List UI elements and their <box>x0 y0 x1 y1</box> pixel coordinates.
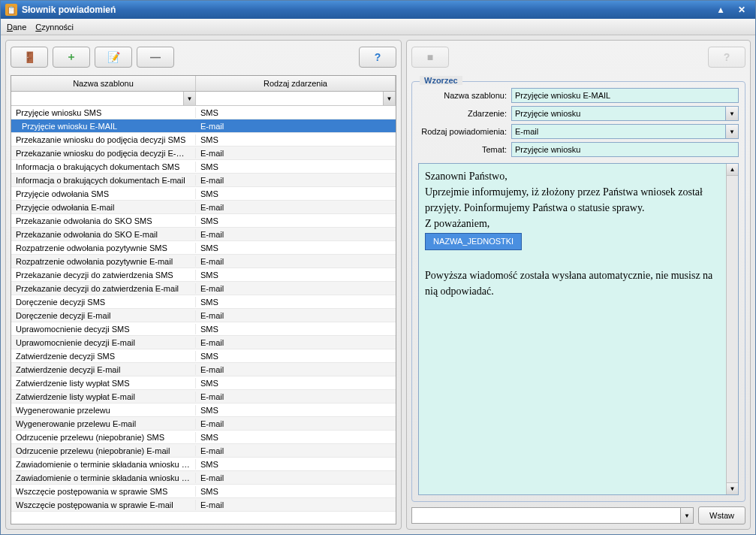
table-row[interactable]: Uprawomocnienie decyzji SMSSMS <box>11 322 396 336</box>
cell-event-type: E-mail <box>196 175 396 186</box>
cell-template-name: Uprawomocnienie decyzji E-mail <box>11 337 196 348</box>
wzorzec-fieldset: Wzorzec Nazwa szablonu: Zdarzenie: ▼ Rod… <box>411 81 745 502</box>
filter-name-dropdown[interactable]: ▼ <box>183 92 195 105</box>
cell-template-name: Zawiadomienie o terminie składania wnios… <box>11 473 196 483</box>
editor-greeting: Szanowni Państwo, <box>425 168 720 184</box>
cell-template-name: Doręczenie decyzji E-mail <box>11 310 196 321</box>
left-toolbar: 🚪 ＋ 📝 — ? <box>11 45 396 69</box>
fieldset-legend: Wzorzec <box>420 76 462 85</box>
editor-scrollbar[interactable]: ▲ ▼ <box>726 164 738 494</box>
table-row[interactable]: Zatwierdzenie decyzji E-mailE-mail <box>11 363 396 376</box>
cell-event-type: E-mail <box>196 473 396 483</box>
table-row[interactable]: Przekazanie wniosku do podjęcia decyzji … <box>11 147 396 160</box>
menu-dane[interactable]: Dane <box>7 23 26 32</box>
cell-event-type: SMS <box>196 243 396 253</box>
table-row[interactable]: Doręczenie decyzji SMSSMS <box>11 295 396 309</box>
input-event[interactable] <box>511 106 725 121</box>
pencil-icon: 📝 <box>107 51 120 63</box>
table-row[interactable]: Zatwierdzenie listy wypłat E-mailE-mail <box>11 390 396 404</box>
cell-template-name: Przekazanie wniosku do podjęcia decyzji … <box>11 135 196 145</box>
add-button[interactable]: ＋ <box>53 47 90 68</box>
filter-type-dropdown[interactable]: ▼ <box>383 92 395 105</box>
cell-event-type: SMS <box>196 162 396 172</box>
table-row[interactable]: Zawiadomienie o terminie składania wnios… <box>11 458 396 471</box>
insert-field-dropdown[interactable]: ▼ <box>680 507 694 524</box>
cell-template-name: Zatwierdzenie decyzji SMS <box>11 351 196 361</box>
table-row[interactable]: Rozpatrzenie odwołania pozytywnie SMSSMS <box>11 241 396 255</box>
filter-row: ▼ ▼ <box>11 92 396 106</box>
cell-template-name: Zatwierdzenie listy wypłat E-mail <box>11 391 196 402</box>
editor-footer: Powyższa wiadomość została wysłana autom… <box>425 268 720 299</box>
cell-event-type: E-mail <box>196 337 396 348</box>
table-row[interactable]: Wygenerowanie przelewuSMS <box>11 404 396 417</box>
table-row[interactable]: Informacja o brakujących dokumentach SMS… <box>11 160 396 174</box>
insert-button[interactable]: Wstaw <box>698 506 745 524</box>
help-icon: ? <box>724 51 730 63</box>
right-panel: ■ ? Wzorzec Nazwa szablonu: Zdarzenie: ▼ <box>406 40 751 530</box>
minimize-button[interactable]: ▴ <box>712 3 730 17</box>
insert-field-combo[interactable] <box>411 507 680 524</box>
table-row[interactable]: Przyjęcie wniosku SMSSMS <box>11 106 396 119</box>
remove-button[interactable]: — <box>137 47 174 68</box>
event-dropdown[interactable]: ▼ <box>725 106 739 121</box>
table-row[interactable]: Wszczęcie postępowania w sprawie SMSSMS <box>11 485 396 498</box>
cell-template-name: Wszczęcie postępowania w sprawie E-mail <box>11 500 196 510</box>
cell-template-name: Przekazanie decyzji do zatwierdzenia SMS <box>11 270 196 280</box>
table-row[interactable]: Uprawomocnienie decyzji E-mailE-mail <box>11 336 396 349</box>
cell-template-name: Uprawomocnienie decyzji SMS <box>11 324 196 334</box>
table-row[interactable]: Informacja o brakujących dokumentach E-m… <box>11 174 396 187</box>
filter-type-input[interactable] <box>196 92 383 105</box>
scroll-up-icon[interactable]: ▲ <box>727 164 738 176</box>
table-row[interactable]: Wygenerowanie przelewu E-mailE-mail <box>11 417 396 431</box>
table-row[interactable]: Przekazanie decyzji do zatwierdzenia E-m… <box>11 282 396 295</box>
help-button-right: ? <box>708 47 745 68</box>
table-row[interactable]: Przyjęcie odwołania SMSSMS <box>11 187 396 201</box>
table-row[interactable]: Odrzucenie przelewu (niepobranie) SMSSMS <box>11 431 396 444</box>
cell-event-type: SMS <box>196 297 396 307</box>
window-root: 📋 Słownik powiadomień ▴ ✕ Dane Czynności… <box>0 0 756 535</box>
cell-template-name: Rozpatrzenie odwołania pozytywnie SMS <box>11 243 196 253</box>
cell-template-name: Informacja o brakujących dokumentach SMS <box>11 162 196 172</box>
table-row[interactable]: Przekazanie decyzji do zatwierdzenia SMS… <box>11 268 396 282</box>
input-notification-type[interactable] <box>511 124 725 139</box>
type-dropdown[interactable]: ▼ <box>725 124 739 139</box>
message-editor[interactable]: Szanowni Państwo, Uprzejmie informujemy,… <box>419 164 726 494</box>
table-row[interactable]: Przekazanie odwołania do SKO E-mailE-mai… <box>11 228 396 241</box>
menubar: Dane Czynności <box>1 19 755 35</box>
cell-event-type: SMS <box>196 135 396 145</box>
templates-table: Nazwa szablonu Rodzaj zdarzenia ▼ ▼ Przy… <box>11 75 396 524</box>
table-row[interactable]: Przyjęcie wniosku E-MAILE-mail <box>11 119 396 133</box>
plus-icon: ＋ <box>66 50 77 64</box>
editor-signoff: Z poważaniem, <box>425 216 720 231</box>
cell-template-name: Przekazanie odwołania do SKO E-mail <box>11 229 196 240</box>
table-row[interactable]: Doręczenie decyzji E-mailE-mail <box>11 309 396 322</box>
cell-template-name: Przyjęcie wniosku E-MAIL <box>11 121 196 131</box>
scroll-down-icon[interactable]: ▼ <box>727 482 738 494</box>
field-token-unit[interactable]: NAZWA_JEDNOSTKI <box>425 233 522 250</box>
input-subject[interactable] <box>511 142 739 157</box>
table-body[interactable]: Przyjęcie wniosku SMSSMSPrzyjęcie wniosk… <box>11 106 396 524</box>
col-header-type[interactable]: Rodzaj zdarzenia <box>196 76 396 91</box>
table-row[interactable]: Przekazanie odwołania do SKO SMSSMS <box>11 214 396 228</box>
cell-template-name: Przyjęcie wniosku SMS <box>11 107 196 118</box>
table-row[interactable]: Zatwierdzenie decyzji SMSSMS <box>11 349 396 363</box>
menu-czynnosci[interactable]: Czynności <box>35 23 74 32</box>
table-row[interactable]: Rozpatrzenie odwołania pozytywnie E-mail… <box>11 255 396 268</box>
help-button-left[interactable]: ? <box>359 47 396 68</box>
input-template-name[interactable] <box>511 88 739 103</box>
table-row[interactable]: Zawiadomienie o terminie składania wnios… <box>11 471 396 485</box>
close-button[interactable]: ✕ <box>733 3 751 17</box>
table-row[interactable]: Wszczęcie postępowania w sprawie E-mailE… <box>11 498 396 512</box>
table-row[interactable]: Przekazanie wniosku do podjęcia decyzji … <box>11 133 396 147</box>
table-header: Nazwa szablonu Rodzaj zdarzenia <box>11 76 396 92</box>
table-row[interactable]: Zatwierdzenie listy wypłat SMSSMS <box>11 376 396 390</box>
filter-name-input[interactable] <box>11 92 183 105</box>
cell-event-type: E-mail <box>196 500 396 510</box>
edit-button[interactable]: 📝 <box>95 47 132 68</box>
cell-event-type: SMS <box>196 189 396 199</box>
exit-button[interactable]: 🚪 <box>11 47 48 68</box>
col-header-name[interactable]: Nazwa szablonu <box>11 76 196 91</box>
table-row[interactable]: Przyjęcie odwołania E-mailE-mail <box>11 201 396 214</box>
table-row[interactable]: Odrzucenie przelewu (niepobranie) E-mail… <box>11 444 396 458</box>
titlebar: 📋 Słownik powiadomień ▴ ✕ <box>1 1 755 19</box>
